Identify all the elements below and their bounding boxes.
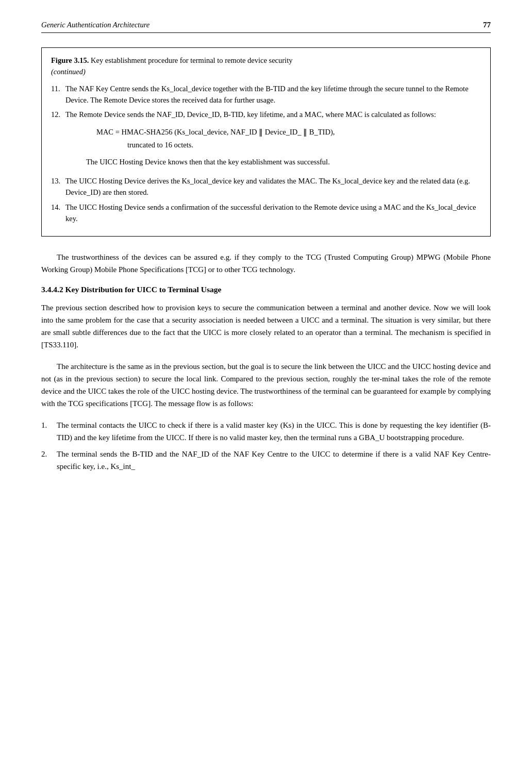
figure-item-12-num: 12. — [51, 109, 65, 172]
header-page-number: 77 — [483, 21, 491, 29]
mac-formula: MAC = HMAC-SHA256 (Ks_local_device, NAF_… — [96, 126, 481, 151]
page-header: Generic Authentication Architecture 77 — [41, 21, 491, 33]
section-list-item-2: 2. The terminal sends the B-TID and the … — [41, 448, 491, 473]
uicc-note: The UICC Hosting Device knows then that … — [86, 156, 481, 167]
section-item-1-num: 1. — [41, 419, 57, 444]
figure-list-item-13: 13. The UICC Hosting Device derives the … — [51, 175, 481, 198]
figure-item-14-text: The UICC Hosting Device sends a confirma… — [65, 201, 481, 225]
section-item-1-text: The terminal contacts the UICC to check … — [57, 419, 491, 444]
body-paragraph: The trustworthiness of the devices can b… — [41, 251, 491, 276]
page: Generic Authentication Architecture 77 F… — [0, 0, 532, 773]
figure-item-11-text: The NAF Key Centre sends the Ks_local_de… — [65, 83, 481, 106]
figure-item-14-num: 14. — [51, 201, 65, 225]
section-item-2-text: The terminal sends the B-TID and the NAF… — [57, 448, 491, 473]
figure-item-13-num: 13. — [51, 175, 65, 198]
figure-label: Figure 3.15. — [51, 56, 89, 64]
header-title: Generic Authentication Architecture — [41, 21, 149, 29]
figure-list: 11. The NAF Key Centre sends the Ks_loca… — [51, 83, 481, 225]
figure-item-13-text: The UICC Hosting Device derives the Ks_l… — [65, 175, 481, 198]
figure-item-11-num: 11. — [51, 83, 65, 106]
figure-caption-text: Key establishment procedure for terminal… — [91, 56, 292, 64]
section-list: 1. The terminal contacts the UICC to che… — [41, 419, 491, 473]
section-para2: The architecture is the same as in the p… — [41, 360, 491, 410]
section-list-item-1: 1. The terminal contacts the UICC to che… — [41, 419, 491, 444]
figure-item-12-text: The Remote Device sends the NAF_ID, Devi… — [65, 109, 481, 172]
figure-list-item-11: 11. The NAF Key Centre sends the Ks_loca… — [51, 83, 481, 106]
figure-list-item-12: 12. The Remote Device sends the NAF_ID, … — [51, 109, 481, 172]
figure-caption: Figure 3.15. Key establishment procedure… — [51, 55, 481, 78]
section-para1: The previous section described how to pr… — [41, 301, 491, 351]
figure-list-item-14: 14. The UICC Hosting Device sends a conf… — [51, 201, 481, 225]
figure-box: Figure 3.15. Key establishment procedure… — [41, 47, 491, 237]
section-heading: 3.4.4.2 Key Distribution for UICC to Ter… — [41, 285, 491, 294]
figure-continued: (continued) — [51, 68, 86, 76]
section-item-2-num: 2. — [41, 448, 57, 473]
